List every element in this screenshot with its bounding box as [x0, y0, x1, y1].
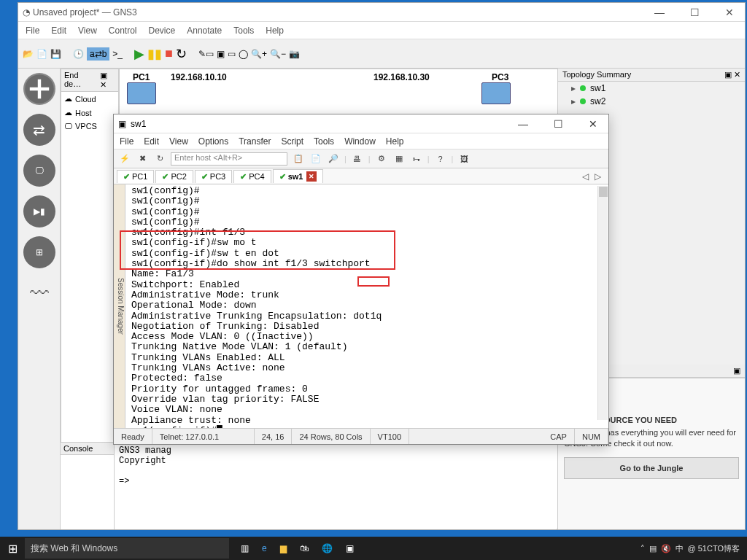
tray-volume-icon[interactable]: 🔇	[661, 544, 671, 553]
paste-icon[interactable]: 📄	[309, 154, 322, 163]
close-tab-icon[interactable]: ✕	[306, 171, 317, 182]
explorer-icon[interactable]: ▆	[280, 543, 287, 553]
ellipse-icon[interactable]: ◯	[239, 49, 248, 59]
menu-tools[interactable]: Tools	[233, 26, 254, 36]
menu-file[interactable]: File	[120, 136, 133, 147]
tab-sw1[interactable]: ✔sw1✕	[273, 169, 324, 183]
terminal-titlebar[interactable]: ▣sw1 — ☐ ✕	[114, 114, 608, 133]
go-to-jungle-button[interactable]: Go to the Jungle	[564, 457, 739, 479]
menu-device[interactable]: Device	[149, 26, 176, 36]
minimize-button[interactable]: —	[512, 118, 534, 130]
close-button[interactable]: ✕	[719, 7, 740, 18]
menu-view[interactable]: View	[169, 136, 188, 147]
reconnect-icon[interactable]: ↻	[153, 154, 166, 163]
disconnect-icon[interactable]: ✖	[136, 154, 149, 163]
menu-script[interactable]: Script	[281, 136, 303, 147]
tab-pc4[interactable]: ✔PC4	[233, 170, 271, 183]
tab-pc2[interactable]: ✔PC2	[155, 170, 193, 183]
rect-icon[interactable]: ▭	[228, 49, 236, 59]
menu-tools[interactable]: Tools	[314, 136, 334, 147]
status-size: 24 Rows, 80 Cols	[292, 429, 370, 444]
new-icon[interactable]: 📄	[36, 49, 47, 59]
taskbar-search[interactable]: 搜索 Web 和 Windows	[25, 538, 229, 559]
device-host[interactable]: ☁Host	[61, 106, 118, 120]
help-icon[interactable]: ?	[434, 155, 447, 163]
tab-next-icon[interactable]: ▷	[595, 171, 601, 182]
note-icon[interactable]: ✎▭	[198, 49, 214, 59]
panel-undock-icon[interactable]: ▣ ✕	[724, 70, 740, 79]
app-icon[interactable]: ▣	[346, 543, 354, 553]
key-icon[interactable]: 🗝	[410, 155, 423, 163]
save-icon[interactable]: 💾	[50, 49, 61, 59]
tab-pc1[interactable]: ✔PC1	[117, 170, 154, 183]
menu-transfer[interactable]: Transfer	[239, 136, 271, 147]
find-icon[interactable]: 🔎	[327, 154, 340, 163]
tools-icon[interactable]: 🖼	[457, 155, 471, 163]
routers-category[interactable]	[23, 73, 55, 105]
store-icon[interactable]: 🛍	[300, 543, 309, 553]
stop-icon[interactable]: ■	[165, 46, 173, 61]
session-manager-label[interactable]: Session Manager	[114, 184, 125, 428]
device-vpcs[interactable]: 🖵VPCS	[61, 120, 118, 133]
host-input[interactable]: Enter host <Alt+R>	[171, 152, 287, 166]
pc1-node[interactable]	[127, 82, 156, 104]
panel-undock-icon[interactable]: ▣	[733, 366, 740, 376]
security-category[interactable]: ▶▮	[23, 195, 55, 228]
reload-icon[interactable]: ↻	[176, 46, 187, 62]
menu-edit[interactable]: Edit	[144, 136, 159, 147]
menu-file[interactable]: File	[26, 26, 39, 36]
copy-icon[interactable]: 📋	[292, 154, 305, 163]
print-icon[interactable]: 🖶	[351, 155, 364, 163]
tray-network-icon[interactable]: ▤	[649, 544, 657, 553]
menu-window[interactable]: Window	[344, 136, 376, 147]
pause-icon[interactable]: ▮▮	[147, 46, 162, 62]
menu-help[interactable]: Help	[266, 26, 284, 36]
tab-prev-icon[interactable]: ◁	[582, 171, 589, 182]
gns3-menubar: File Edit View Control Device Annotate T…	[18, 22, 745, 39]
status-emulation: VT100	[371, 429, 409, 444]
tab-pc3[interactable]: ✔PC3	[195, 170, 232, 183]
menu-edit[interactable]: Edit	[51, 26, 66, 36]
link-icon[interactable]: a⇄b	[87, 47, 109, 61]
edge-icon[interactable]: e	[262, 543, 267, 553]
node-sw2[interactable]: ▸sw2	[558, 95, 745, 108]
menu-control[interactable]: Control	[109, 26, 137, 36]
add-link-icon[interactable]: 〰	[23, 277, 55, 309]
open-icon[interactable]: 📂	[23, 49, 34, 59]
tray-up-icon[interactable]: ˄	[640, 544, 645, 553]
console-output[interactable]: GNS3 manag Copyright =>	[115, 443, 557, 529]
play-icon[interactable]: ▶	[134, 46, 144, 62]
task-view-icon[interactable]: ▥	[241, 543, 249, 553]
clock-icon[interactable]: 🕒	[73, 49, 84, 59]
tray-ime-icon[interactable]: 中	[676, 543, 684, 554]
console-icon[interactable]: >_	[112, 49, 123, 59]
minimize-button[interactable]: —	[649, 7, 670, 18]
scrollbar-vertical[interactable]	[597, 186, 608, 420]
menu-annotate[interactable]: Annotate	[187, 26, 222, 36]
close-button[interactable]: ✕	[582, 118, 604, 130]
menu-view[interactable]: View	[78, 26, 97, 36]
node-sw1[interactable]: ▸sw1	[558, 82, 745, 95]
maximize-button[interactable]: ☐	[547, 118, 569, 130]
device-cloud[interactable]: ☁Cloud	[61, 92, 118, 106]
settings-icon[interactable]: ⚙	[375, 154, 388, 163]
browser-icon[interactable]: 🌐	[322, 543, 333, 553]
maximize-button[interactable]: ☐	[684, 7, 705, 18]
end-devices-category[interactable]: 🖵	[23, 155, 55, 187]
session-icon[interactable]: ▦	[392, 154, 406, 163]
switches-category[interactable]: ⇄	[23, 114, 55, 146]
screenshot-icon[interactable]: 📷	[289, 49, 300, 59]
connect-icon[interactable]: ⚡	[118, 154, 131, 163]
gns3-titlebar[interactable]: ◔Unsaved project* — GNS3 — ☐ ✕	[18, 3, 745, 22]
pc3-node[interactable]	[481, 82, 511, 104]
zoom-in-icon[interactable]: 🔍+	[251, 49, 267, 59]
image-icon[interactable]: ▣	[217, 49, 225, 59]
start-button[interactable]: ⊞	[0, 537, 25, 560]
menu-help[interactable]: Help	[386, 136, 404, 147]
windows-taskbar[interactable]: ⊞ 搜索 Web 和 Windows ▥ e ▆ 🛍 🌐 ▣ ˄ ▤ 🔇 中 @…	[0, 537, 747, 560]
zoom-out-icon[interactable]: 🔍−	[270, 49, 286, 59]
menu-options[interactable]: Options	[198, 136, 228, 147]
panel-undock-icon[interactable]: ▣ ✕	[100, 71, 115, 90]
all-devices-category[interactable]: ⊞	[23, 236, 55, 268]
terminal-output[interactable]: sw1(config)# sw1(config)# sw1(config)# s…	[125, 184, 608, 428]
